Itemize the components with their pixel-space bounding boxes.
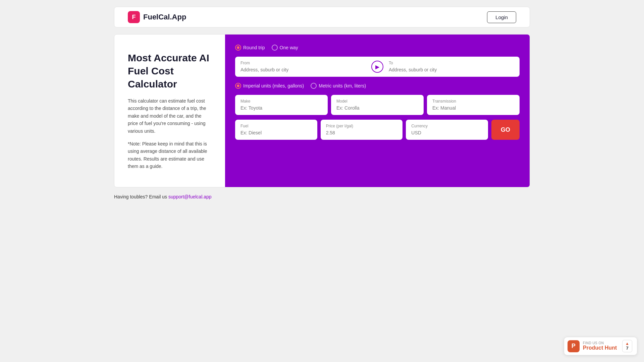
to-field: To [383, 57, 520, 77]
make-input[interactable] [240, 105, 322, 111]
product-hunt-icon: P [568, 340, 580, 352]
from-label: From [240, 61, 366, 65]
to-label: To [389, 61, 514, 65]
price-input[interactable] [326, 130, 397, 135]
metric-label: Metric units (km, liters) [319, 83, 366, 88]
product-hunt-upvote[interactable]: ▲ 7 [622, 340, 632, 352]
make-field: Make [235, 95, 328, 115]
round-trip-radio[interactable] [235, 45, 241, 51]
from-to-row: From ▶ To [235, 57, 520, 77]
price-label: Price (per l/gal) [326, 124, 397, 128]
transmission-label: Transmission [432, 99, 514, 104]
model-input[interactable] [336, 105, 418, 111]
product-hunt-badge[interactable]: P FIND US ON Product Hunt ▲ 7 [564, 337, 637, 355]
model-label: Model [336, 99, 418, 104]
currency-field: Currency [406, 120, 488, 140]
fuel-input[interactable] [240, 130, 312, 135]
transmission-field: Transmission [427, 95, 520, 115]
support-section: Having toubles? Email us support@fuelcal… [114, 194, 530, 199]
metric-radio[interactable] [311, 83, 317, 89]
round-trip-label: Round trip [243, 45, 265, 50]
header: F FuelCal.App Login [114, 7, 530, 27]
metric-option[interactable]: Metric units (km, liters) [311, 83, 366, 89]
description-text: This calculator can estimate fuel cost a… [128, 97, 212, 135]
one-way-label: One way [280, 45, 298, 50]
one-way-radio[interactable] [272, 45, 278, 51]
from-field: From [235, 57, 371, 77]
logo-icon: F [128, 11, 140, 23]
from-input[interactable] [240, 67, 366, 72]
main-title: Most Accurate AI Fuel Cost Calculator [128, 51, 212, 90]
login-button[interactable]: Login [487, 11, 516, 23]
fuel-label: Fuel [240, 124, 312, 128]
left-panel: Most Accurate AI Fuel Cost Calculator Th… [114, 35, 225, 187]
one-way-option[interactable]: One way [272, 45, 298, 51]
upvote-arrow-icon: ▲ [625, 342, 629, 346]
imperial-radio[interactable] [235, 83, 241, 89]
main-content: Most Accurate AI Fuel Cost Calculator Th… [114, 34, 530, 187]
right-panel: Round trip One way From ▶ To Imperial [225, 35, 530, 187]
unit-selector: Imperial units (miles, gallons) Metric u… [235, 83, 520, 89]
transmission-input[interactable] [432, 105, 514, 111]
make-label: Make [240, 99, 322, 104]
support-prefix: Having toubles? Email us [114, 194, 168, 199]
fuel-field: Fuel [235, 120, 317, 140]
currency-input[interactable] [411, 130, 483, 135]
logo-area: F FuelCal.App [128, 11, 186, 23]
support-email-link[interactable]: support@fuelcal.app [168, 194, 212, 199]
go-button[interactable]: GO [491, 120, 520, 140]
fuel-row: Fuel Price (per l/gal) Currency GO [235, 120, 520, 140]
swap-direction-icon[interactable]: ▶ [371, 61, 383, 73]
model-field: Model [331, 95, 424, 115]
product-hunt-name: Product Hunt [583, 345, 617, 351]
product-hunt-text-area: FIND US ON Product Hunt [583, 341, 617, 351]
currency-label: Currency [411, 124, 483, 128]
round-trip-option[interactable]: Round trip [235, 45, 265, 51]
logo-text: FuelCal.App [143, 13, 186, 21]
upvote-count: 7 [626, 346, 628, 351]
imperial-label: Imperial units (miles, gallons) [243, 83, 304, 88]
imperial-option[interactable]: Imperial units (miles, gallons) [235, 83, 304, 89]
price-field: Price (per l/gal) [321, 120, 403, 140]
vehicle-row: Make Model Transmission [235, 95, 520, 115]
trip-type-selector: Round trip One way [235, 45, 520, 51]
product-hunt-find-us: FIND US ON [583, 341, 617, 345]
to-input[interactable] [389, 67, 514, 72]
note-text: *Note: Please keep in mind that this is … [128, 140, 212, 170]
